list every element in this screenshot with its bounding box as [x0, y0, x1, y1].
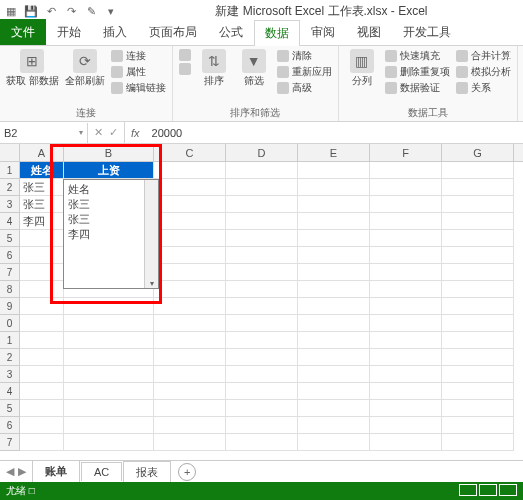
save-icon[interactable]: 💾 — [24, 4, 38, 18]
cell[interactable] — [226, 417, 298, 434]
validation-dropdown[interactable]: 姓名 张三 张三 李四 ▾ — [63, 179, 159, 289]
row-header[interactable]: 4 — [0, 383, 20, 400]
connections-button[interactable]: 连接 — [111, 49, 166, 63]
cell[interactable] — [370, 196, 442, 213]
cell[interactable] — [154, 264, 226, 281]
cell[interactable] — [298, 179, 370, 196]
reapply-button[interactable]: 重新应用 — [277, 65, 332, 79]
cell[interactable] — [154, 434, 226, 451]
col-header-B[interactable]: B — [64, 144, 154, 161]
cell[interactable] — [64, 298, 154, 315]
cell[interactable] — [154, 332, 226, 349]
row-header[interactable]: 4 — [0, 213, 20, 230]
cell[interactable] — [64, 383, 154, 400]
record-icon[interactable]: □ — [29, 485, 35, 496]
cell[interactable] — [226, 196, 298, 213]
advanced-button[interactable]: 高级 — [277, 81, 332, 95]
cell[interactable] — [442, 417, 514, 434]
cell[interactable] — [226, 366, 298, 383]
row-header[interactable]: 0 — [0, 315, 20, 332]
cell[interactable] — [298, 400, 370, 417]
cell[interactable] — [370, 162, 442, 179]
formula-input[interactable]: 20000 — [146, 127, 523, 139]
cell[interactable] — [442, 332, 514, 349]
row-header[interactable]: 7 — [0, 434, 20, 451]
cell-B1[interactable]: 上资 — [64, 162, 154, 179]
sort-za-button[interactable] — [179, 63, 191, 75]
cell[interactable] — [226, 383, 298, 400]
cell[interactable] — [442, 213, 514, 230]
cell[interactable] — [298, 417, 370, 434]
cell[interactable] — [154, 417, 226, 434]
cell[interactable] — [298, 196, 370, 213]
cell[interactable] — [154, 247, 226, 264]
col-header-G[interactable]: G — [442, 144, 514, 161]
cell[interactable] — [442, 400, 514, 417]
cancel-icon[interactable]: ✕ — [94, 126, 103, 139]
row-header[interactable]: 6 — [0, 417, 20, 434]
row-header[interactable]: 7 — [0, 264, 20, 281]
cell[interactable] — [154, 213, 226, 230]
cell[interactable] — [370, 400, 442, 417]
col-header-E[interactable]: E — [298, 144, 370, 161]
cell[interactable] — [298, 366, 370, 383]
cell[interactable] — [154, 230, 226, 247]
cell[interactable] — [442, 281, 514, 298]
prev-icon[interactable]: ◀ — [6, 465, 14, 478]
cell[interactable] — [370, 247, 442, 264]
relations-button[interactable]: 关系 — [456, 81, 511, 95]
cell[interactable] — [226, 434, 298, 451]
cell[interactable] — [298, 434, 370, 451]
cell[interactable] — [154, 383, 226, 400]
name-box[interactable]: B2▾ — [0, 123, 88, 143]
cell[interactable] — [442, 383, 514, 400]
cell[interactable] — [370, 179, 442, 196]
cell[interactable] — [226, 247, 298, 264]
cell[interactable] — [442, 179, 514, 196]
cell[interactable] — [20, 264, 64, 281]
flash-fill-button[interactable]: 快速填充 — [385, 49, 450, 63]
text-to-columns-button[interactable]: ▥分列 — [345, 49, 379, 86]
cell[interactable] — [442, 162, 514, 179]
cell[interactable] — [370, 383, 442, 400]
cell[interactable] — [298, 298, 370, 315]
cell[interactable] — [20, 332, 64, 349]
redo-icon[interactable]: ↷ — [64, 4, 78, 18]
cell[interactable] — [154, 315, 226, 332]
cell[interactable] — [20, 434, 64, 451]
chevron-down-icon[interactable]: ▾ — [145, 279, 158, 288]
refresh-all-button[interactable]: ⟳全部刷新 — [65, 49, 105, 86]
row-header[interactable]: 6 — [0, 247, 20, 264]
whatif-button[interactable]: 模拟分析 — [456, 65, 511, 79]
tab-review[interactable]: 审阅 — [300, 19, 346, 45]
sort-button[interactable]: ⇅排序 — [197, 49, 231, 86]
cell[interactable] — [20, 247, 64, 264]
tab-file[interactable]: 文件 — [0, 19, 46, 45]
cell[interactable] — [370, 366, 442, 383]
tab-data[interactable]: 数据 — [254, 20, 300, 46]
cell[interactable] — [154, 366, 226, 383]
tab-formulas[interactable]: 公式 — [208, 19, 254, 45]
cell[interactable] — [20, 400, 64, 417]
dropdown-option[interactable]: 张三 — [68, 197, 154, 212]
cell[interactable] — [298, 247, 370, 264]
cell[interactable] — [442, 298, 514, 315]
remove-dup-button[interactable]: 删除重复项 — [385, 65, 450, 79]
col-header-A[interactable]: A — [20, 144, 64, 161]
next-icon[interactable]: ▶ — [18, 465, 26, 478]
row-header[interactable]: 5 — [0, 400, 20, 417]
dropdown-option[interactable]: 张三 — [68, 212, 154, 227]
cell[interactable] — [442, 315, 514, 332]
new-sheet-button[interactable]: + — [178, 463, 196, 481]
consolidate-button[interactable]: 合并计算 — [456, 49, 511, 63]
cell[interactable] — [298, 383, 370, 400]
cell[interactable] — [226, 349, 298, 366]
cell[interactable] — [154, 162, 226, 179]
cell[interactable] — [370, 213, 442, 230]
cell[interactable] — [298, 332, 370, 349]
cell[interactable] — [226, 298, 298, 315]
cell[interactable] — [20, 349, 64, 366]
cell[interactable] — [298, 162, 370, 179]
cell[interactable] — [226, 162, 298, 179]
sheet-tab[interactable]: AC — [81, 462, 122, 481]
